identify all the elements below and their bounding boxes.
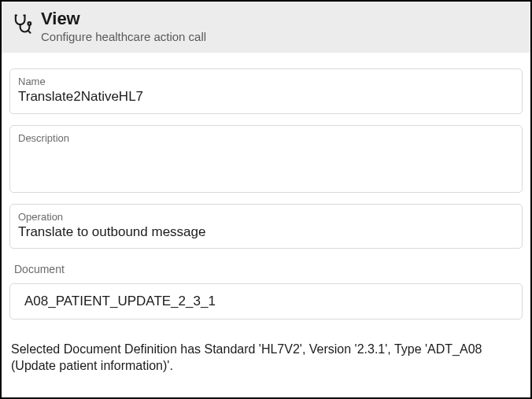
name-label: Name xyxy=(18,76,514,87)
description-label: Description xyxy=(18,132,514,144)
page-subtitle: Configure healthcare action call xyxy=(41,30,206,43)
svg-point-0 xyxy=(28,22,31,25)
document-field[interactable]: A08_PATIENT_UPDATE_2_3_1 xyxy=(9,283,523,320)
document-value: A08_PATIENT_UPDATE_2_3_1 xyxy=(24,294,508,309)
document-section-label: Document xyxy=(14,263,523,275)
content-area: Name Translate2NativeHL7 Description Ope… xyxy=(2,53,530,382)
name-value: Translate2NativeHL7 xyxy=(18,89,514,105)
operation-value: Translate to outbound message xyxy=(18,224,514,240)
operation-label: Operation xyxy=(18,211,514,223)
document-info-text: Selected Document Definition has Standar… xyxy=(9,342,523,375)
name-field[interactable]: Name Translate2NativeHL7 xyxy=(9,68,523,113)
header-text-block: View Configure healthcare action call xyxy=(41,9,206,43)
page-title: View xyxy=(41,9,206,28)
page-header: View Configure healthcare action call xyxy=(2,2,530,53)
stethoscope-icon xyxy=(11,13,33,35)
operation-field[interactable]: Operation Translate to outbound message xyxy=(9,204,523,249)
description-field[interactable]: Description xyxy=(9,125,523,193)
